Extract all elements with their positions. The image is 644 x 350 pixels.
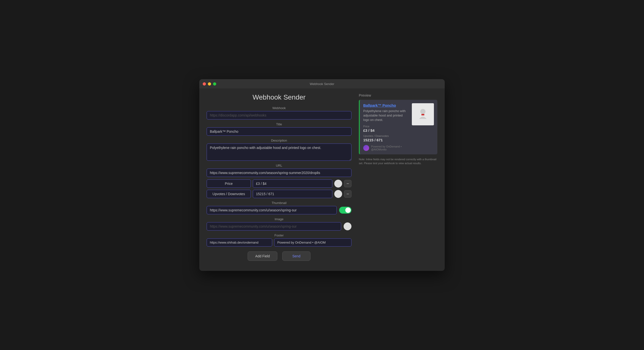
price-row: Price −	[207, 180, 352, 188]
thumbnail-toggle[interactable]	[339, 207, 352, 214]
main-content: Webhook Sender Webhook Title Description…	[199, 88, 445, 271]
image-label: Image	[207, 217, 352, 221]
preview-price-name: Price	[363, 125, 409, 128]
preview-thumbnail	[412, 103, 434, 125]
description-input[interactable]: Polyethylene rain poncho with adjustable…	[207, 143, 352, 161]
thumbnail-image	[416, 107, 430, 122]
preview-footer-text: Powered by OnDemand • @AIOMonito	[371, 145, 409, 151]
preview-footer: Powered by OnDemand • @AIOMonito	[363, 145, 409, 151]
titlebar: Webhook Sender	[199, 79, 445, 88]
maximize-button[interactable]	[213, 82, 216, 86]
left-panel: Webhook Sender Webhook Title Description…	[207, 93, 352, 263]
preview-card: Ballpark™ Poncho Polyethylene rain ponch…	[359, 100, 437, 154]
preview-label: Preview	[359, 93, 437, 97]
preview-upvotes-name: Upvotes / Downvotes	[363, 134, 409, 137]
title-input[interactable]	[207, 127, 352, 136]
svg-point-0	[420, 109, 426, 114]
image-row	[207, 222, 352, 231]
footer-url-input[interactable]	[207, 238, 272, 247]
thumbnail-input[interactable]	[207, 206, 337, 214]
svg-rect-1	[422, 114, 424, 115]
footer-label: Footer	[207, 234, 352, 237]
thumbnail-row	[207, 206, 352, 214]
upvotes-remove-button[interactable]: −	[344, 190, 352, 198]
close-button[interactable]	[203, 82, 206, 86]
image-toggle[interactable]	[344, 222, 352, 230]
preview-price-value: £3 / $4	[363, 128, 409, 132]
traffic-lights	[203, 82, 216, 86]
upvotes-toggle[interactable]	[334, 190, 342, 198]
title-label: Title	[207, 122, 352, 126]
right-panel: Preview Ballpark™ Poncho Polyethylene ra…	[359, 93, 437, 263]
thumbnail-label: Thumbnail	[207, 201, 352, 205]
webhook-input[interactable]	[207, 111, 352, 119]
upvotes-input[interactable]	[253, 190, 332, 198]
preview-title: Ballpark™ Poncho	[363, 103, 409, 107]
preview-body: Ballpark™ Poncho Polyethylene rain ponch…	[363, 103, 409, 151]
description-label: Description	[207, 139, 352, 142]
window-title: Webhook Sender	[310, 82, 334, 86]
price-label: Price	[207, 180, 251, 188]
webhook-label: Webhook	[207, 106, 352, 110]
url-label: URL	[207, 164, 352, 167]
url-input[interactable]	[207, 168, 352, 177]
app-window: Webhook Sender Webhook Sender Webhook Ti…	[199, 79, 445, 271]
price-remove-button[interactable]: −	[344, 180, 352, 187]
preview-upvotes-value: 15215 / 671	[363, 138, 409, 142]
preview-note: Note: Inline fields may not be rendered …	[359, 157, 437, 165]
minimize-button[interactable]	[208, 82, 211, 86]
upvotes-row: Upvotes / Downvotes −	[207, 190, 352, 198]
send-button[interactable]: Send	[282, 251, 310, 261]
price-toggle[interactable]	[334, 180, 342, 188]
preview-description: Polyethylene rain poncho with adjustable…	[363, 109, 409, 122]
preview-avatar	[363, 145, 369, 151]
action-buttons: Add Field Send	[207, 251, 352, 261]
footer-text-input[interactable]	[274, 238, 352, 247]
add-field-button[interactable]: Add Field	[248, 251, 277, 261]
footer-row	[207, 238, 352, 247]
upvotes-label: Upvotes / Downvotes	[207, 190, 251, 198]
thumbnail-toggle-knob	[345, 208, 351, 213]
image-input[interactable]	[207, 222, 341, 231]
price-input[interactable]	[253, 180, 332, 188]
page-title: Webhook Sender	[207, 93, 352, 101]
